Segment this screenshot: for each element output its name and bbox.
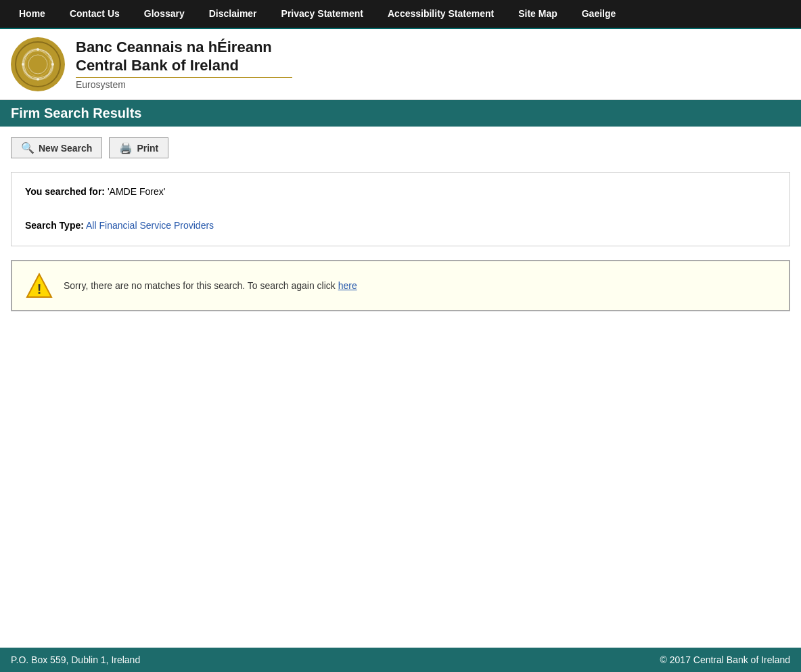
warning-text-prefix: Sorry, there are no matches for this sea…: [64, 280, 338, 291]
footer-address: P.O. Box 559, Dublin 1, Ireland: [11, 654, 140, 665]
svg-point-3: [37, 48, 39, 51]
nav-contact-us[interactable]: Contact Us: [58, 0, 132, 28]
nav-gaeilge[interactable]: Gaeilge: [570, 0, 628, 28]
searched-for-row: You searched for: 'AMDE Forex': [25, 183, 776, 200]
print-icon: 🖨️: [119, 141, 133, 154]
nav-site-map[interactable]: Site Map: [506, 0, 570, 28]
footer-copyright: © 2017 Central Bank of Ireland: [660, 654, 790, 665]
search-type-row: Search Type: All Financial Service Provi…: [25, 217, 776, 234]
nav-home[interactable]: Home: [7, 0, 58, 28]
svg-text:!: !: [37, 282, 42, 296]
bank-name-english: Central Bank of Ireland: [76, 57, 292, 74]
logo-svg: [14, 41, 62, 88]
main-content: 🔍 New Search 🖨️ Print You searched for: …: [0, 127, 801, 648]
nav-accessibility-statement[interactable]: Accessibility Statement: [375, 0, 506, 28]
warning-icon: !: [26, 272, 53, 299]
eurosystem-label: Eurosystem: [76, 77, 292, 90]
search-type-value: All Financial Service Providers: [86, 220, 214, 231]
warning-box: ! Sorry, there are no matches for this s…: [11, 260, 790, 311]
page-title: Firm Search Results: [11, 106, 141, 120]
print-button[interactable]: 🖨️ Print: [109, 137, 168, 158]
print-label: Print: [137, 143, 158, 154]
search-icon: 🔍: [21, 141, 35, 154]
nav-glossary[interactable]: Glossary: [132, 0, 197, 28]
search-summary-box: You searched for: 'AMDE Forex' Search Ty…: [11, 172, 790, 246]
bank-name-irish: Banc Ceannais na hÉireann: [76, 39, 292, 56]
page-title-bar: Firm Search Results: [0, 100, 801, 127]
new-search-button[interactable]: 🔍 New Search: [11, 137, 102, 158]
svg-point-5: [37, 78, 39, 81]
nav-disclaimer[interactable]: Disclaimer: [197, 0, 269, 28]
svg-point-4: [51, 63, 54, 66]
svg-point-6: [22, 63, 24, 66]
logo-text: Banc Ceannais na hÉireann Central Bank o…: [76, 39, 292, 90]
new-search-label: New Search: [39, 143, 92, 154]
searched-for-value-text: 'AMDE Forex': [108, 186, 165, 197]
top-navigation: Home Contact Us Glossary Disclaimer Priv…: [0, 0, 801, 29]
search-type-label: Search Type:: [25, 220, 84, 231]
page-header: Banc Ceannais na hÉireann Central Bank o…: [0, 29, 801, 100]
action-buttons: 🔍 New Search 🖨️ Print: [11, 137, 790, 158]
logo-circle: [11, 37, 65, 91]
here-link[interactable]: here: [338, 280, 357, 291]
warning-message: Sorry, there are no matches for this sea…: [64, 280, 357, 291]
searched-for-label: You searched for:: [25, 186, 105, 197]
nav-privacy-statement[interactable]: Privacy Statement: [269, 0, 375, 28]
page-footer: P.O. Box 559, Dublin 1, Ireland © 2017 C…: [0, 648, 801, 672]
